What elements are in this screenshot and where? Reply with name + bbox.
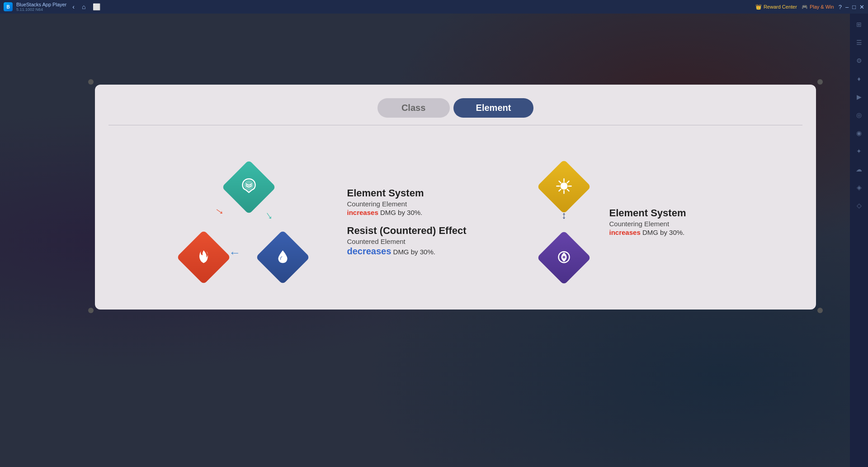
left-info-section-1: Element System Countering Element increa…	[347, 187, 519, 217]
titlebar-app-info: BlueStacks App Player 5.11.1002 N64	[16, 2, 66, 12]
increases-text-2: increases	[609, 229, 641, 236]
close-button[interactable]: ✕	[859, 4, 864, 10]
diamond-dark	[537, 230, 591, 285]
element-cycle-diagram: → → →	[175, 159, 329, 286]
tab-class[interactable]: Class	[377, 98, 450, 118]
right-sidebar: ⊞ ☰ ⚙ ♦ ▶ ◎ ◉ ✦ ☁ ◈ ◇	[850, 14, 868, 467]
resize-handle-bl[interactable]	[88, 308, 94, 313]
arrow-water-to-fire: →	[229, 247, 241, 261]
sidebar-icon-7[interactable]: ◉	[853, 127, 865, 139]
reward-label: Reward Center	[764, 4, 797, 10]
sidebar-icon-6[interactable]: ◎	[853, 109, 865, 121]
app-name: BlueStacks App Player	[16, 2, 66, 7]
dmg-suffix-3: DMG by 30%.	[641, 229, 685, 236]
fire-element-icon	[194, 246, 212, 268]
titlebar-left: B BlueStacks App Player 5.11.1002 N64 ‹ …	[4, 2, 103, 12]
sidebar-icon-9[interactable]: ☁	[853, 163, 865, 176]
resize-handle-tr[interactable]	[817, 79, 823, 85]
play-win-icon: 🎮	[802, 4, 808, 10]
bluestacks-logo: B	[4, 2, 13, 11]
play-win-label: Play & Win	[810, 4, 834, 10]
right-info-title: Element System	[609, 207, 736, 219]
countering-value: increases DMG by 30%.	[347, 209, 519, 217]
back-button[interactable]: ‹	[70, 2, 77, 11]
svg-line-7	[567, 181, 569, 182]
light-element-icon	[555, 176, 573, 196]
titlebar-nav[interactable]: ‹ ⌂ ⬜	[70, 2, 103, 11]
sidebar-icon-8[interactable]: ✦	[853, 145, 865, 157]
reward-icon: 👑	[755, 4, 762, 10]
diamond-water	[255, 230, 310, 284]
main-content: Class Element	[0, 14, 850, 467]
svg-line-8	[559, 189, 561, 191]
dialog-content: → → → Element System Countering Element …	[95, 134, 816, 310]
svg-point-0	[561, 182, 568, 189]
sidebar-icon-10[interactable]: ◈	[853, 181, 865, 194]
reward-center[interactable]: 👑 Reward Center	[755, 4, 797, 10]
right-info-section: Element System Countering Element increa…	[609, 207, 736, 237]
svg-line-6	[567, 189, 569, 191]
countered-label: Countered Element	[347, 238, 519, 245]
save-button[interactable]: ⬜	[90, 2, 103, 11]
sidebar-icon-1[interactable]: ⊞	[853, 18, 865, 31]
dmg-suffix-2: DMG by 30%.	[391, 248, 435, 256]
element-pair-diagram: ↕	[537, 163, 591, 281]
right-info-block: Element System Countering Element increa…	[609, 207, 736, 237]
countered-value: decreases DMG by 30%.	[347, 246, 519, 257]
left-info-section-2: Resist (Countered) Effect Countered Elem…	[347, 225, 519, 257]
minimize-button[interactable]: –	[845, 4, 849, 10]
resist-title: Resist (Countered) Effect	[347, 225, 519, 237]
play-win[interactable]: 🎮 Play & Win	[802, 4, 834, 10]
dmg-suffix-1: DMG by 30%.	[378, 209, 423, 216]
help-button[interactable]: ?	[839, 4, 842, 10]
sidebar-icon-2[interactable]: ☰	[853, 36, 865, 49]
version: 5.11.1002 N64	[16, 7, 66, 12]
info-dialog: Class Element	[95, 85, 816, 310]
diamond-light	[537, 159, 591, 214]
titlebar: B BlueStacks App Player 5.11.1002 N64 ‹ …	[0, 0, 868, 14]
home-button[interactable]: ⌂	[80, 2, 88, 11]
increases-text-1: increases	[347, 209, 378, 216]
diamond-teal	[222, 160, 276, 214]
tab-group[interactable]: Class Element	[377, 98, 534, 118]
left-info-block: Element System Countering Element increa…	[347, 187, 519, 257]
water-element-icon	[274, 246, 292, 268]
decreases-text: decreases	[347, 246, 392, 256]
resize-handle-tl[interactable]	[88, 79, 94, 85]
sidebar-icon-3[interactable]: ⚙	[853, 54, 865, 67]
arrow-fire-to-water: →	[211, 202, 228, 220]
divider	[108, 125, 802, 125]
sidebar-icon-5[interactable]: ▶	[853, 91, 865, 103]
diamond-fire	[176, 230, 231, 284]
dark-element-icon	[555, 248, 573, 267]
tab-element[interactable]: Element	[453, 98, 534, 118]
arrow-wind-to-water: →	[260, 206, 278, 224]
resize-handle-br[interactable]	[817, 308, 823, 313]
sidebar-icon-11[interactable]: ◇	[853, 199, 865, 212]
svg-line-5	[559, 181, 561, 182]
titlebar-right: 👑 Reward Center 🎮 Play & Win ? – □ ✕	[755, 4, 864, 10]
right-countering-value: increases DMG by 30%.	[609, 229, 736, 237]
countering-label: Countering Element	[347, 200, 519, 208]
sidebar-icon-4[interactable]: ♦	[853, 72, 865, 85]
maximize-button[interactable]: □	[852, 4, 856, 10]
wind-element-icon	[240, 176, 258, 198]
left-info-title: Element System	[347, 187, 519, 199]
window-controls[interactable]: ? – □ ✕	[839, 4, 864, 10]
right-countering-label: Countering Element	[609, 220, 736, 228]
